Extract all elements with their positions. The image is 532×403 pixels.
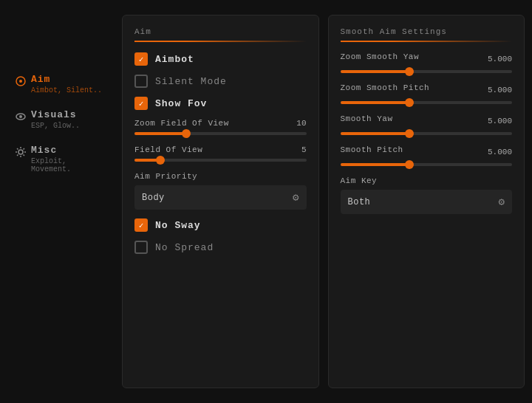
- aim-priority-dropdown[interactable]: Body ⚙: [134, 185, 307, 210]
- panels-container: Aim Aimbot Silent Mode Show Fov Zoom Fie…: [122, 15, 525, 388]
- smooth-pitch-row: Smooth Pitch 5.000: [341, 145, 513, 166]
- show-fov-checkbox-row[interactable]: Show Fov: [134, 97, 307, 110]
- sidebar-visuals-title: Visuals: [31, 109, 80, 120]
- aim-priority-gear-icon[interactable]: ⚙: [293, 191, 299, 204]
- fov-label: Field Of View: [134, 145, 202, 154]
- zoom-smooth-pitch-track[interactable]: [341, 101, 513, 104]
- sidebar-item-aim[interactable]: Aim Aimbot, Silent..: [0, 66, 118, 102]
- aim-panel: Aim Aimbot Silent Mode Show Fov Zoom Fie…: [122, 15, 319, 388]
- show-fov-label: Show Fov: [155, 98, 207, 109]
- zoom-fov-fill: [134, 132, 186, 135]
- smooth-yaw-fill: [341, 132, 409, 135]
- zoom-fov-label: Zoom Field Of View: [134, 119, 229, 128]
- no-sway-checkbox[interactable]: [134, 218, 148, 232]
- smooth-pitch-value: 5.000: [488, 148, 512, 156]
- zoom-smooth-yaw-label: Zoom Smooth Yaw: [341, 52, 420, 61]
- gear-icon: [15, 146, 27, 158]
- smooth-panel-title: Smooth Aim Settings: [341, 27, 513, 42]
- no-spread-checkbox-row[interactable]: No Spread: [134, 241, 307, 254]
- aim-key-section-label: Aim Key: [341, 176, 513, 185]
- smooth-pitch-thumb[interactable]: [405, 160, 414, 169]
- sidebar-misc-sub: Exploit, Movement.: [31, 157, 103, 173]
- no-sway-label: No Sway: [155, 220, 201, 231]
- target-icon: [15, 75, 27, 87]
- smooth-pitch-fill: [341, 163, 409, 166]
- silent-mode-checkbox-row[interactable]: Silent Mode: [134, 75, 307, 88]
- smooth-panel: Smooth Aim Settings Zoom Smooth Yaw 5.00…: [328, 15, 525, 388]
- smooth-yaw-row: Smooth Yaw 5.000: [341, 114, 513, 135]
- sidebar-aim-sub: Aimbot, Silent..: [31, 86, 102, 94]
- fov-value: 5: [301, 145, 307, 154]
- aim-panel-title: Aim: [134, 27, 307, 42]
- smooth-yaw-track[interactable]: [341, 132, 513, 135]
- zoom-smooth-pitch-fill: [341, 101, 409, 104]
- aimbot-label: Aimbot: [155, 54, 194, 65]
- fov-slider-row: Field Of View 5: [134, 145, 307, 162]
- sidebar-aim-title: Aim: [31, 74, 102, 85]
- zoom-fov-slider-row: Zoom Field Of View 10: [134, 119, 307, 135]
- smooth-pitch-track[interactable]: [341, 163, 513, 166]
- silent-mode-checkbox[interactable]: [134, 75, 148, 88]
- aimbot-checkbox[interactable]: [134, 52, 148, 66]
- fov-track[interactable]: [134, 159, 307, 162]
- zoom-smooth-yaw-thumb[interactable]: [405, 67, 414, 76]
- show-fov-checkbox[interactable]: [134, 97, 148, 110]
- no-sway-checkbox-row[interactable]: No Sway: [134, 218, 307, 232]
- zoom-smooth-yaw-value: 5.000: [488, 55, 512, 63]
- no-spread-label: No Spread: [155, 242, 214, 253]
- smooth-yaw-label: Smooth Yaw: [341, 114, 393, 123]
- silent-mode-label: Silent Mode: [155, 76, 227, 87]
- sidebar-visuals-sub: ESP, Glow..: [31, 122, 80, 130]
- zoom-smooth-pitch-label: Zoom Smooth Pitch: [341, 83, 430, 92]
- zoom-smooth-pitch-thumb[interactable]: [405, 98, 414, 107]
- sidebar: Aim Aimbot, Silent.. Visuals ESP, Glow..: [0, 0, 118, 403]
- aim-priority-value: Body: [142, 193, 165, 203]
- aim-key-gear-icon[interactable]: ⚙: [499, 196, 505, 208]
- sidebar-item-visuals[interactable]: Visuals ESP, Glow..: [0, 102, 118, 137]
- svg-point-4: [18, 150, 23, 154]
- zoom-smooth-yaw-fill: [341, 70, 409, 73]
- zoom-fov-thumb[interactable]: [182, 129, 191, 138]
- smooth-yaw-thumb[interactable]: [405, 129, 414, 138]
- sidebar-item-misc[interactable]: Misc Exploit, Movement.: [0, 137, 118, 181]
- aim-key-dropdown[interactable]: Both ⚙: [341, 190, 513, 214]
- zoom-fov-value: 10: [296, 119, 306, 128]
- smooth-pitch-label: Smooth Pitch: [341, 145, 403, 154]
- zoom-smooth-pitch-row: Zoom Smooth Pitch 5.000: [341, 83, 513, 104]
- eye-icon: [15, 111, 27, 123]
- no-spread-checkbox[interactable]: [134, 241, 148, 254]
- aimbot-checkbox-row[interactable]: Aimbot: [134, 52, 307, 66]
- sidebar-misc-title: Misc: [31, 145, 103, 156]
- aim-priority-section-label: Aim Priority: [134, 172, 307, 181]
- smooth-yaw-value: 5.000: [488, 117, 512, 125]
- zoom-smooth-yaw-track[interactable]: [341, 70, 513, 73]
- fov-thumb[interactable]: [156, 156, 165, 165]
- zoom-smooth-pitch-value: 5.000: [488, 86, 512, 94]
- svg-point-3: [19, 115, 22, 118]
- zoom-smooth-yaw-row: Zoom Smooth Yaw 5.000: [341, 52, 513, 73]
- zoom-fov-track[interactable]: [134, 132, 307, 135]
- aim-key-value: Both: [348, 197, 371, 207]
- svg-point-1: [19, 80, 22, 83]
